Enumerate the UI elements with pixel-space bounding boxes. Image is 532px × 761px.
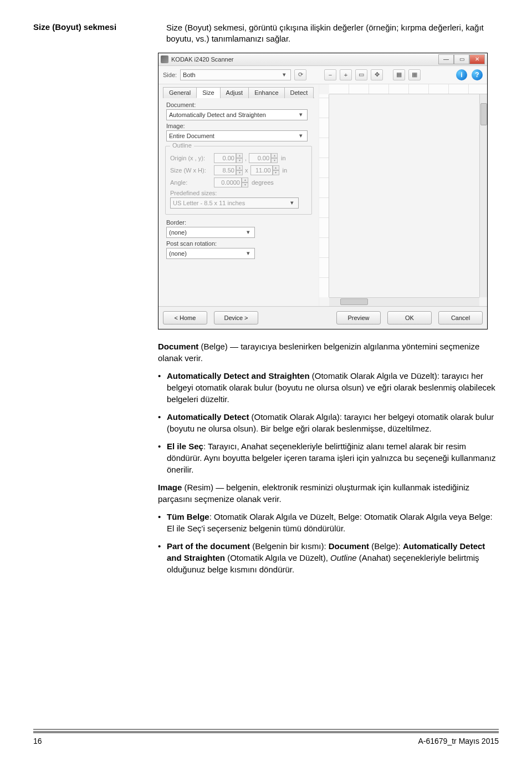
angle-unit: degrees [252, 179, 274, 186]
p2-rest: (Resim) — belgenin, elektronik resminizi… [158, 483, 469, 504]
tab-detect[interactable]: Detect [284, 87, 314, 98]
chevron-down-icon: ▾ [244, 250, 252, 257]
ruler-vertical [319, 94, 329, 297]
help-icon[interactable]: ? [472, 69, 483, 80]
settings-panel: General Size Adjust Enhance Detect Docum… [158, 84, 319, 306]
button-bar: < Home Device > Preview OK Cancel [158, 306, 487, 329]
side-label: Side: [163, 72, 177, 78]
tool-new-icon[interactable]: ▦ [393, 69, 405, 80]
origin-unit: in [281, 155, 286, 161]
section-title: Size (Boyut) sekmesi [33, 22, 144, 45]
angle-input[interactable]: ▴▾ [214, 177, 248, 187]
size-w-input[interactable]: ▴▾ [214, 165, 243, 175]
p2-lead: Image [158, 483, 182, 492]
p1-lead: Document [158, 342, 198, 351]
post-rotation-select[interactable]: (none) ▾ [166, 248, 255, 259]
li-auto-detect: Automatically Detect (Otomatik Olarak Al… [158, 411, 499, 434]
tab-general[interactable]: General [163, 87, 197, 98]
angle-label: Angle: [170, 179, 212, 186]
cancel-button[interactable]: Cancel [438, 311, 483, 324]
close-button[interactable]: ✕ [469, 54, 485, 64]
image-select[interactable]: Entire Document ▾ [166, 130, 308, 141]
predef-select[interactable]: US Letter - 8.5 x 11 inches ▾ [170, 197, 299, 209]
origin-y-input[interactable]: ▴▾ [249, 153, 278, 163]
tool-rotate-icon[interactable]: ⟳ [294, 69, 306, 80]
preview-button[interactable]: Preview [336, 311, 381, 324]
toolbar: Side: Both ▾ ⟳ − + ▭ ✥ ▦ ▦ i ? [158, 66, 487, 84]
horizontal-scrollbar[interactable] [329, 297, 479, 306]
tool-move-icon[interactable]: ✥ [371, 69, 383, 80]
border-label: Border: [166, 219, 314, 226]
tab-adjust[interactable]: Adjust [220, 87, 249, 98]
size-unit: in [283, 167, 288, 174]
intro-text: Size (Boyut) sekmesi, görüntü çıkışına i… [166, 22, 499, 45]
chevron-down-icon: ▾ [244, 229, 252, 236]
body-text: Document (Belge) — tarayıcıya beslenirke… [158, 341, 499, 575]
image-value: Entire Document [169, 133, 214, 139]
ok-button[interactable]: OK [387, 311, 432, 324]
chevron-down-icon: ▾ [297, 111, 305, 118]
li-manual: El ile Seç: Tarayıcı, Anahat seçenekleri… [158, 440, 499, 475]
maximize-button[interactable]: ▭ [454, 54, 469, 64]
home-button[interactable]: < Home [163, 311, 207, 324]
side-value: Both [183, 72, 196, 78]
window-title: KODAK i2420 Scanner [171, 56, 438, 63]
ruler-horizontal [329, 84, 487, 94]
app-icon [161, 55, 168, 63]
minimize-button[interactable]: — [438, 54, 454, 64]
device-button[interactable]: Device > [214, 311, 258, 324]
titlebar: KODAK i2420 Scanner — ▭ ✕ [158, 53, 487, 66]
chevron-down-icon: ▾ [297, 132, 305, 139]
document-label: Document: [166, 102, 314, 108]
tab-size[interactable]: Size [196, 87, 220, 98]
tool-grid-icon[interactable]: ▦ [408, 69, 421, 80]
predef-label: Predefined sizes: [170, 190, 307, 196]
predef-value: US Letter - 8.5 x 11 inches [173, 200, 245, 206]
outline-title: Outline [170, 142, 194, 149]
origin-x-input[interactable]: ▴▾ [214, 153, 243, 163]
scanner-window: KODAK i2420 Scanner — ▭ ✕ Side: Both ▾ ⟳… [158, 53, 488, 329]
li-auto-straighten: Automatically Detect and Straighten (Oto… [158, 370, 499, 405]
image-label: Image: [166, 123, 314, 129]
chevron-down-icon: ▾ [288, 199, 296, 206]
page-footer: 16 A-61679_tr Mayıs 2015 [33, 731, 499, 745]
size-h-input[interactable]: ▴▾ [250, 165, 279, 175]
post-rotation-value: (none) [169, 250, 187, 257]
preview-area [319, 84, 487, 306]
tabs: General Size Adjust Enhance Detect [163, 87, 314, 98]
side-select[interactable]: Both ▾ [180, 69, 291, 80]
border-value: (none) [169, 229, 187, 236]
info-icon[interactable]: i [456, 69, 467, 80]
outline-group: Outline Origin (x , y): ▴▾ , ▴▾ in [165, 146, 312, 215]
zoom-out-icon[interactable]: − [324, 69, 336, 80]
p1-rest: (Belge) — tarayıcıya beslenirken belgeni… [158, 342, 479, 363]
footer-doc-id: A-61679_tr Mayıs 2015 [418, 737, 499, 745]
tool-select-icon[interactable]: ▭ [355, 69, 367, 80]
zoom-in-icon[interactable]: + [340, 69, 352, 80]
document-value: Automatically Detect and Straighten [169, 111, 266, 118]
vertical-scrollbar[interactable] [479, 94, 487, 297]
chevron-down-icon: ▾ [280, 71, 288, 78]
border-select[interactable]: (none) ▾ [166, 227, 255, 238]
size-label: Size (W x H): [170, 167, 212, 174]
li-part-doc: Part of the document (Belgenin bir kısmı… [158, 540, 499, 575]
post-rotation-label: Post scan rotation: [166, 240, 314, 247]
li-entire-doc: Tüm Belge: Otomatik Olarak Algıla ve Düz… [158, 511, 499, 534]
origin-label: Origin (x , y): [170, 155, 212, 161]
preview-canvas[interactable] [329, 94, 487, 297]
page-number: 16 [33, 737, 42, 745]
tab-enhance[interactable]: Enhance [248, 87, 284, 98]
document-select[interactable]: Automatically Detect and Straighten ▾ [166, 109, 308, 120]
